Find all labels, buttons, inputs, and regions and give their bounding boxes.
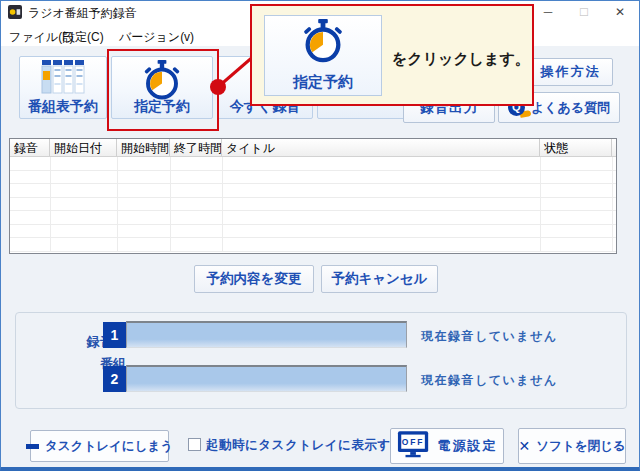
tray-at-startup-label[interactable]: 起動時にタスクトレイに表示する: [206, 437, 404, 454]
callout-button-label: 指定予約: [293, 73, 353, 92]
stopwatch-icon: [141, 59, 183, 105]
tray-at-startup-checkbox[interactable]: [188, 438, 201, 451]
menu-version[interactable]: バージョン(v): [115, 27, 198, 48]
column-divider: [50, 157, 51, 252]
slot-1-number: 1: [103, 322, 126, 348]
program-guide-reserve-button[interactable]: 番組表予約: [19, 56, 107, 119]
column-divider: [540, 157, 541, 252]
column-divider: [612, 157, 613, 252]
maximize-icon[interactable]: □: [569, 1, 599, 23]
tray-minimize-icon: [26, 444, 39, 449]
reservation-table: 録音 開始日付 開始時間 終了時間 タイトル 状態: [9, 138, 617, 254]
col-record[interactable]: 録音: [10, 139, 50, 156]
power-settings-label: 電源設定: [438, 437, 498, 455]
svg-text:OFF: OFF: [401, 437, 424, 447]
faq-label: よくある質問: [531, 99, 610, 117]
close-app-label: ソフトを閉じる: [536, 438, 625, 455]
column-divider: [117, 157, 118, 252]
column-divider: [222, 157, 223, 252]
col-filler: [612, 139, 616, 156]
column-divider: [170, 157, 171, 252]
app-icon: [8, 5, 22, 19]
slot-2-status: 現在録音していません: [421, 372, 558, 389]
close-icon[interactable]: ✕: [605, 1, 635, 23]
slot-2-progress-bar: [126, 365, 407, 392]
client-area: 番組表予約 指定予約 今すぐ録音 操作方法 録音出力: [1, 46, 639, 468]
power-settings-button[interactable]: OFF 電源設定: [390, 428, 504, 464]
slot-1-progress-bar: [126, 321, 407, 348]
slot-2-number: 2: [103, 366, 126, 392]
table-body[interactable]: [10, 157, 616, 252]
menu-settings[interactable]: 設定(C): [59, 27, 108, 48]
monitor-off-icon: OFF: [397, 430, 431, 462]
close-x-icon: ✕: [519, 438, 531, 454]
program-guide-icon: [41, 59, 85, 99]
col-start-time[interactable]: 開始時間: [117, 139, 170, 156]
app-window: ラジオ番組予約録音 ─ □ ✕ ファイル(F) 設定(C) バージョン(v): [0, 0, 640, 471]
table-header: 録音 開始日付 開始時間 終了時間 タイトル 状態: [10, 139, 616, 157]
minimize-icon[interactable]: ─: [533, 1, 563, 23]
window-title: ラジオ番組予約録音: [28, 5, 137, 22]
callout-button-image: 指定予約: [264, 15, 382, 96]
col-title[interactable]: タイトル: [222, 139, 540, 156]
minimize-to-tray-button[interactable]: タスクトレイにしまう: [30, 430, 169, 462]
col-status[interactable]: 状態: [540, 139, 612, 156]
change-reservation-button[interactable]: 予約内容を変更: [194, 265, 314, 293]
col-end-time[interactable]: 終了時間: [170, 139, 222, 156]
slot-1-status: 現在録音していません: [421, 328, 558, 345]
stopwatch-icon: [300, 18, 346, 68]
close-app-button[interactable]: ✕ ソフトを閉じる: [518, 428, 626, 464]
annotation-callout: 指定予約 をクリックします。: [250, 4, 534, 106]
how-to-label: 操作方法: [541, 63, 601, 81]
how-to-button[interactable]: 操作方法: [528, 58, 613, 86]
cancel-reservation-button[interactable]: 予約キャンセル: [321, 265, 438, 293]
program-guide-reserve-label: 番組表予約: [28, 98, 98, 116]
minimize-to-tray-label: タスクトレイにしまう: [45, 438, 173, 455]
callout-text: をクリックします。: [392, 50, 530, 69]
col-start-date[interactable]: 開始日付: [50, 139, 117, 156]
specified-reserve-button[interactable]: 指定予約: [111, 56, 213, 119]
